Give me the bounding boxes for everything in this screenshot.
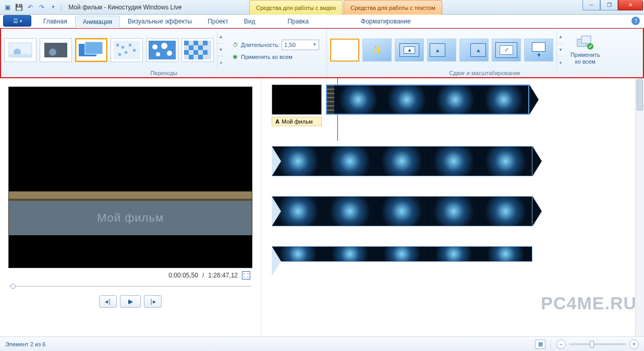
duration-icon: ⏱: [232, 41, 239, 49]
arrow-up-icon: ▲: [435, 47, 440, 53]
transition-slide[interactable]: [75, 38, 107, 62]
svg-rect-20: [184, 41, 189, 45]
zoom-slider[interactable]: [569, 343, 626, 345]
video-clip-3[interactable]: [272, 196, 532, 226]
video-clip-2[interactable]: [272, 146, 532, 176]
panzoom-out-center[interactable]: ⤢: [492, 39, 521, 62]
expand-gallery-icon[interactable]: ▾: [557, 56, 564, 69]
maximize-button[interactable]: ❐: [600, 0, 618, 10]
content-area: Мой фильм 0:00:05,50/ 1:26:47,12 ⛶ ◂∣ ▶ …: [0, 78, 644, 336]
svg-rect-27: [203, 50, 208, 55]
next-frame-button[interactable]: ∣▸: [144, 295, 162, 308]
arrow-down-icon: ▼: [536, 52, 541, 58]
context-tab-text[interactable]: Средства для работы с текстом: [344, 0, 442, 15]
scroll-up-icon[interactable]: ▲: [217, 31, 224, 44]
transitions-gallery-dropdown[interactable]: ▲ ▼ ▾: [217, 31, 224, 69]
svg-rect-11: [125, 51, 127, 54]
tab-view[interactable]: Вид: [236, 15, 263, 28]
group-label-panzoom: Сдвиг и масштабирование: [330, 69, 639, 76]
window-title: Мой фильм - Киностудия Windows Live: [68, 4, 181, 11]
apply-all-transitions[interactable]: Применить ко всем: [241, 54, 293, 60]
duration-value: 1,50: [284, 42, 295, 48]
help-button[interactable]: ?: [631, 17, 640, 25]
svg-rect-2: [9, 54, 32, 57]
context-tab-video[interactable]: Средства для работы с видео: [249, 0, 343, 15]
scroll-down-icon[interactable]: ▼: [217, 44, 224, 57]
video-clip-1[interactable]: [326, 84, 529, 115]
tab-animation[interactable]: Анимация: [75, 16, 120, 28]
panzoom-out-down[interactable]: ▼: [524, 39, 553, 62]
tab-format[interactable]: Форматирование: [353, 15, 419, 28]
timeline-pane: A Мой фильм: [261, 78, 644, 336]
duration-label: Длительность:: [241, 42, 280, 48]
zoom-control: − +: [556, 340, 639, 349]
menu-icon: ☰: [13, 18, 18, 25]
minimize-button[interactable]: ─: [582, 0, 600, 10]
svg-rect-12: [133, 49, 136, 52]
qat-dropdown-icon[interactable]: ▼: [49, 3, 57, 11]
title-bar: ▣ 💾 ↶ ↷ ▼ | Мой фильм - Киностудия Windo…: [0, 0, 644, 15]
svg-rect-31: [581, 36, 591, 43]
close-button[interactable]: ✕: [618, 0, 643, 10]
svg-rect-8: [116, 44, 119, 46]
svg-rect-24: [198, 45, 203, 50]
save-icon[interactable]: 💾: [15, 3, 23, 11]
prev-frame-button[interactable]: ◂∣: [99, 295, 117, 308]
apply-all-label: Применить ко всем: [570, 52, 600, 64]
fullscreen-button[interactable]: ⛶: [242, 271, 250, 280]
seek-slider[interactable]: [9, 284, 251, 289]
svg-point-18: [156, 52, 160, 56]
video-clip-4[interactable]: [272, 246, 532, 262]
svg-rect-10: [129, 44, 131, 46]
title-clip[interactable]: A Мой фильм: [272, 84, 322, 126]
svg-rect-23: [189, 45, 193, 50]
preview-title-overlay: Мой фильм: [97, 211, 164, 225]
panzoom-gallery-dropdown[interactable]: ▲ ▼ ▾: [556, 31, 564, 69]
video-preview[interactable]: Мой фильм: [8, 87, 252, 268]
svg-rect-6: [85, 42, 103, 54]
zoom-out-button[interactable]: −: [556, 340, 566, 349]
timeline-row-2: [272, 146, 636, 176]
transition-crossfade[interactable]: [40, 38, 72, 62]
svg-rect-22: [203, 41, 208, 45]
expand-gallery-icon[interactable]: ▾: [217, 56, 224, 69]
undo-icon[interactable]: ↶: [26, 3, 34, 11]
svg-rect-28: [189, 55, 193, 59]
transition-dissolve[interactable]: [146, 38, 178, 62]
panzoom-in-left[interactable]: ▲: [427, 39, 456, 62]
panzoom-auto[interactable]: ✨: [362, 39, 392, 62]
tab-project[interactable]: Проект: [200, 15, 236, 28]
text-icon: A: [275, 118, 280, 125]
svg-point-15: [152, 44, 157, 50]
duration-input[interactable]: 1,50 ▼: [282, 40, 319, 50]
panzoom-in-center[interactable]: ▲: [395, 39, 424, 62]
timeline-row-3: [272, 196, 636, 226]
transition-none[interactable]: [4, 38, 37, 62]
scroll-up-icon[interactable]: ▲: [557, 31, 564, 44]
panzoom-none[interactable]: [330, 39, 359, 62]
group-label-transitions: Переходы: [4, 69, 323, 76]
quick-access-toolbar: ▣ 💾 ↶ ↷ ▼ |: [0, 3, 65, 11]
zoom-in-button[interactable]: +: [629, 340, 639, 349]
view-thumbnails-button[interactable]: ▦: [535, 340, 545, 349]
tab-home[interactable]: Главная: [35, 15, 75, 28]
redo-icon[interactable]: ↷: [38, 3, 46, 11]
play-button[interactable]: ▶: [120, 295, 141, 308]
preview-pane: Мой фильм 0:00:05,50/ 1:26:47,12 ⛶ ◂∣ ▶ …: [0, 78, 261, 336]
playback-controls: ◂∣ ▶ ∣▸: [8, 295, 252, 308]
arrow-up-icon: ▲: [476, 47, 481, 53]
app-icon: ▣: [3, 3, 11, 11]
tab-edit[interactable]: Правка: [280, 15, 317, 28]
scroll-down-icon[interactable]: ▼: [557, 44, 564, 57]
apply-all-big-icon: [576, 35, 594, 51]
file-menu-button[interactable]: ☰▾: [3, 15, 31, 27]
apply-all-icon: ◉: [232, 53, 239, 60]
transition-checker[interactable]: [181, 38, 214, 62]
wand-icon: ✨: [372, 45, 382, 55]
svg-rect-9: [121, 46, 124, 49]
transition-pixelate[interactable]: [111, 38, 143, 62]
svg-rect-25: [184, 50, 189, 55]
tab-visual-effects[interactable]: Визуальные эффекты: [120, 15, 200, 28]
panzoom-in-right[interactable]: ▲: [459, 39, 489, 62]
apply-all-panzoom-button[interactable]: Применить ко всем: [567, 35, 603, 64]
